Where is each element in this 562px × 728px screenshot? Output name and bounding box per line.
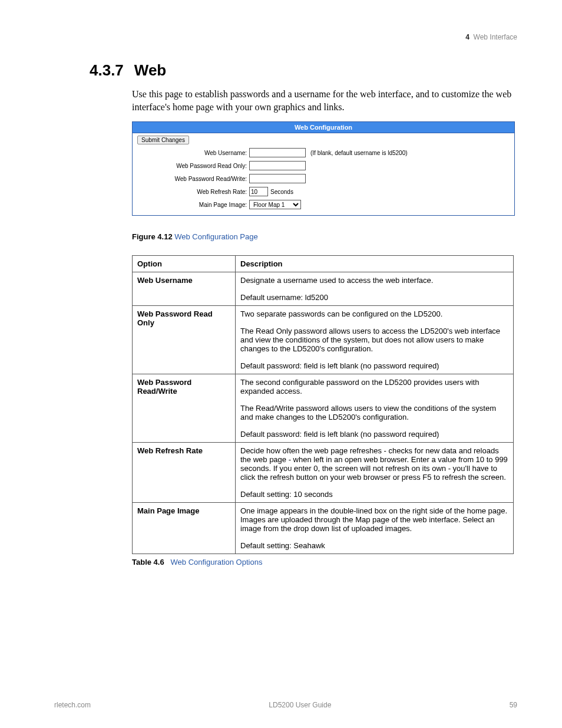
option-name: Web Password Read Only xyxy=(133,306,236,374)
description-paragraph: Decide how often the web page refreshes … xyxy=(240,446,508,482)
footer-center: LD5200 User Guide xyxy=(269,701,331,709)
table-title: Web Configuration Options xyxy=(171,558,263,566)
web-username-hint: (If blank, default username is ld5200) xyxy=(310,150,408,156)
page-footer: rletech.com LD5200 User Guide 59 xyxy=(54,701,517,709)
option-name: Web Password Read/Write xyxy=(133,374,236,443)
description-paragraph: One image appears in the double-lined bo… xyxy=(240,506,508,533)
description-paragraph: The Read Only password allows users to a… xyxy=(240,327,508,353)
footer-left: rletech.com xyxy=(54,701,91,709)
table-row: Web Refresh RateDecide how often the web… xyxy=(133,443,514,503)
main-page-image-label: Main Page Image: xyxy=(137,202,249,208)
web-config-screenshot: Web Configuration Submit Changes Web Use… xyxy=(132,121,515,216)
footer-right: 59 xyxy=(510,701,517,709)
description-paragraph: The second configurable password on the … xyxy=(240,378,508,396)
option-description: Two separate passwords can be configured… xyxy=(236,306,514,374)
option-description: Decide how often the web page refreshes … xyxy=(236,443,514,503)
running-header: 4 Web Interface xyxy=(54,33,517,41)
table-row: Web Password Read OnlyTwo separate passw… xyxy=(133,306,514,374)
description-paragraph: Default setting: 10 seconds xyxy=(240,490,508,499)
section-title: Web xyxy=(134,61,166,79)
option-name: Main Page Image xyxy=(133,503,236,554)
option-description: One image appears in the double-lined bo… xyxy=(236,503,514,554)
web-password-rw-label: Web Password Read/Write: xyxy=(137,176,249,182)
figure-caption: Figure 4.12 Web Configuration Page xyxy=(132,232,517,241)
description-paragraph: Default setting: Seahawk xyxy=(240,541,508,550)
description-paragraph: Default username: ld5200 xyxy=(240,293,508,302)
option-name: Web Username xyxy=(133,272,236,306)
table-row: Web Password Read/WriteThe second config… xyxy=(133,374,514,443)
chapter-title: Web Interface xyxy=(474,33,517,41)
description-paragraph: Two separate passwords can be configured… xyxy=(240,309,508,318)
table-caption: Table 4.6 Web Configuration Options xyxy=(132,558,517,566)
col-description: Description xyxy=(236,256,514,272)
web-refresh-rate-label: Web Refresh Rate: xyxy=(137,189,249,195)
description-paragraph: Default password: field is left blank (n… xyxy=(240,430,508,439)
web-password-ro-label: Web Password Read Only: xyxy=(137,163,249,169)
web-password-rw-input[interactable] xyxy=(249,174,306,183)
section-number: 4.3.7 xyxy=(90,61,124,79)
web-password-ro-input[interactable] xyxy=(249,161,306,170)
chapter-number: 4 xyxy=(465,33,470,41)
col-option: Option xyxy=(133,256,236,272)
table-label: Table 4.6 xyxy=(132,558,164,566)
option-description: The second configurable password on the … xyxy=(236,374,514,443)
panel-title: Web Configuration xyxy=(133,122,514,133)
table-row: Main Page ImageOne image appears in the … xyxy=(133,503,514,554)
submit-changes-button[interactable]: Submit Changes xyxy=(137,136,189,144)
web-username-label: Web Username: xyxy=(137,150,249,156)
description-paragraph: The Read/Write password allows users to … xyxy=(240,404,508,421)
figure-title: Web Configuration Page xyxy=(174,232,257,241)
option-description: Designate a username used to access the … xyxy=(236,272,514,306)
web-username-input[interactable] xyxy=(249,148,306,157)
options-table: Option Description Web UsernameDesignate… xyxy=(132,255,514,554)
main-page-image-select[interactable]: Floor Map 1 xyxy=(249,200,301,209)
figure-label: Figure 4.12 xyxy=(132,232,173,241)
table-row: Web UsernameDesignate a username used to… xyxy=(133,272,514,306)
intro-paragraph: Use this page to establish passwords and… xyxy=(132,88,517,113)
description-paragraph: Default password: field is left blank (n… xyxy=(240,361,508,370)
web-refresh-rate-input[interactable] xyxy=(249,187,268,196)
description-paragraph: Designate a username used to access the … xyxy=(240,276,508,285)
web-refresh-unit: Seconds xyxy=(270,189,293,195)
option-name: Web Refresh Rate xyxy=(133,443,236,503)
section-heading: 4.3.7Web xyxy=(90,61,517,80)
